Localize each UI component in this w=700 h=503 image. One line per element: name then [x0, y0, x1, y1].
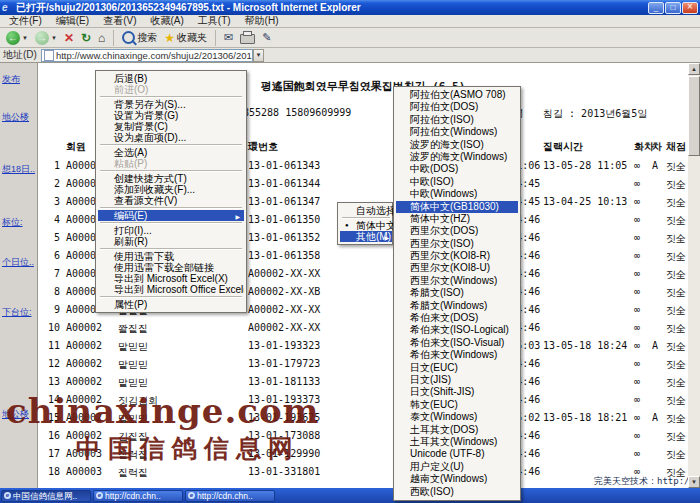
encoding-option[interactable]: 泰文(Windows) — [396, 411, 518, 423]
encoding-option[interactable]: 阿拉伯文(Windows) — [396, 126, 518, 138]
encoding-option[interactable]: Unicode (UTF-8) — [396, 448, 518, 460]
context-menu-item[interactable]: 打印(I)... — [98, 225, 244, 236]
left-panel-link[interactable]: 个日位.. — [2, 256, 36, 269]
context-menu-item[interactable]: 编码(E) — [98, 210, 244, 221]
edit-button[interactable]: ✎ — [260, 29, 273, 47]
vertical-scrollbar[interactable]: ▲ ▼ — [688, 63, 700, 488]
context-menu-item[interactable]: 使用迅雷下载全部链接 — [98, 262, 244, 273]
encoding-option[interactable]: 韩文(EUC) — [396, 399, 518, 411]
address-input[interactable]: http://www.chinaxinge.com/shuju2/201306/… — [41, 49, 253, 62]
context-menu-item[interactable]: 查看源文件(V) — [98, 195, 244, 206]
menu-bar-item[interactable]: 工具(T) — [191, 15, 238, 28]
encoding-option[interactable]: 土耳其文(Windows) — [396, 436, 518, 448]
search-button[interactable]: 搜索 — [120, 29, 159, 47]
taskbar-button[interactable]: e http://cdn.chn.. — [185, 490, 275, 502]
taskbar-button[interactable]: e http://cdn.chn.. — [93, 490, 183, 502]
context-menu-item[interactable]: 导出到 Microsoft Office Excel(X) — [98, 284, 244, 295]
context-menu-item[interactable] — [100, 144, 242, 146]
refresh-button[interactable]: ↻ — [79, 29, 93, 47]
left-panel-link[interactable]: 发布 — [2, 73, 36, 86]
menu-bar-item[interactable]: 查看(V) — [96, 15, 143, 28]
encoding-option[interactable]: 阿拉伯文(ASMO 708) — [396, 89, 518, 101]
encoding-option[interactable]: 阿拉伯文(ISO) — [396, 114, 518, 126]
encoding-option[interactable]: 西里尔文(ISO) — [396, 238, 518, 250]
close-button[interactable] — [682, 2, 698, 14]
encoding-option[interactable]: 越南文(Windows) — [396, 473, 518, 485]
forward-dropdown-icon[interactable]: ▼ — [51, 35, 57, 41]
encoding-option[interactable]: 阿拉伯文(DOS) — [396, 101, 518, 113]
context-menu-item[interactable]: 属性(P) — [98, 299, 244, 310]
context-menu-item[interactable]: 设置为背景(G) — [98, 110, 244, 121]
menu-bar-item[interactable]: 文件(F) — [2, 15, 49, 28]
context-menu-item[interactable]: 背景另存为(S)... — [98, 99, 244, 110]
encoding-option[interactable]: 简体中文(GB18030) — [396, 201, 518, 213]
context-menu-item[interactable]: 刷新(R) — [98, 236, 244, 247]
encoding-menu-item[interactable]: 自动选择 — [340, 205, 392, 216]
menu-bar-item[interactable]: 帮助(H) — [238, 15, 286, 28]
left-panel-link[interactable]: 想18日.. — [2, 163, 36, 176]
context-menu-item[interactable]: 复制背景(C) — [98, 121, 244, 132]
address-dropdown-icon[interactable]: ▼ — [253, 49, 264, 62]
encoding-option[interactable]: 日文(Shift-JIS) — [396, 386, 518, 398]
left-panel-link[interactable]: 标位: — [2, 216, 36, 229]
encoding-option[interactable]: 希腊文(Windows) — [396, 300, 518, 312]
context-menu-item[interactable]: 全选(A) — [98, 147, 244, 158]
context-menu-item[interactable]: 前进(O) — [98, 84, 244, 95]
context-menu-item[interactable] — [100, 207, 242, 209]
taskbar-button[interactable]: e 中国信鸽信息网.. — [1, 490, 91, 502]
favorites-button[interactable]: ★ 收藏夹 — [162, 29, 209, 47]
context-menu-item[interactable]: 导出到 Microsoft Excel(X) — [98, 273, 244, 284]
stop-button[interactable]: ✕ — [62, 29, 76, 47]
encoding-menu-item[interactable]: 其他(M) — [340, 231, 392, 242]
encoding-option[interactable]: 西里尔文(Windows) — [396, 275, 518, 287]
context-menu-item[interactable]: 使用迅雷下载 — [98, 251, 244, 262]
context-menu-item[interactable] — [100, 96, 242, 98]
encoding-option[interactable]: 中欧(ISO) — [396, 176, 518, 188]
scroll-up-icon[interactable]: ▲ — [688, 63, 700, 75]
left-panel-link[interactable]: 下台位: — [2, 306, 36, 319]
encoding-option[interactable]: 中欧(Windows) — [396, 188, 518, 200]
menu-bar-item[interactable]: 收藏(A) — [143, 15, 190, 28]
scrollbar-thumb[interactable] — [688, 76, 700, 156]
print-button[interactable] — [238, 29, 257, 47]
encoding-option[interactable]: 波罗的海文(ISO) — [396, 139, 518, 151]
encoding-menu-item[interactable] — [342, 217, 390, 219]
home-button[interactable]: ⌂ — [96, 29, 107, 47]
encoding-option[interactable]: 西里尔文(KOI8-R) — [396, 250, 518, 262]
context-menu-item[interactable] — [100, 296, 242, 298]
encoding-option[interactable]: 用户定义(U) — [396, 461, 518, 473]
context-menu-item[interactable] — [100, 170, 242, 172]
encoding-option[interactable]: 希伯来文(ISO-Logical) — [396, 324, 518, 336]
encoding-option[interactable]: 西里尔文(DOS) — [396, 225, 518, 237]
menu-bar-item[interactable]: 编辑(E) — [49, 15, 96, 28]
encoding-option[interactable]: 日文(EUC) — [396, 362, 518, 374]
encoding-option[interactable]: 波罗的海文(Windows) — [396, 151, 518, 163]
context-menu-item[interactable]: 创建快捷方式(T) — [98, 173, 244, 184]
encoding-option[interactable]: 希伯来文(ISO-Visual) — [396, 337, 518, 349]
context-menu-item[interactable] — [100, 248, 242, 250]
context-menu-item[interactable]: 设为桌面项(D)... — [98, 132, 244, 143]
left-panel-link[interactable]: 地公楼 — [2, 111, 36, 124]
encoding-option[interactable]: 希伯来文(DOS) — [396, 312, 518, 324]
back-dropdown-icon[interactable]: ▼ — [22, 35, 28, 41]
encoding-option[interactable]: 日文(JIS) — [396, 374, 518, 386]
encoding-option[interactable]: 希腊文(ISO) — [396, 287, 518, 299]
scroll-down-icon[interactable]: ▼ — [688, 476, 700, 488]
encoding-option[interactable]: 简体中文(HZ) — [396, 213, 518, 225]
encoding-option[interactable]: 希伯来文(Windows) — [396, 349, 518, 361]
encoding-option[interactable]: 西欧(ISO) — [396, 486, 518, 498]
encoding-option[interactable]: 土耳其文(DOS) — [396, 424, 518, 436]
maximize-button[interactable] — [665, 2, 681, 14]
context-menu-item[interactable]: 后退(B) — [98, 73, 244, 84]
mail-button[interactable]: ✉ — [222, 29, 235, 47]
left-panel-link[interactable]: 地公楼 — [2, 408, 36, 421]
context-menu-item[interactable]: 粘贴(P) — [98, 158, 244, 169]
back-button[interactable]: ← ▼ — [4, 29, 30, 47]
encoding-menu-item[interactable]: 简体中文(GB2312) — [340, 220, 392, 231]
context-menu-item[interactable] — [100, 222, 242, 224]
context-menu-item[interactable]: 添加到收藏夹(F)... — [98, 184, 244, 195]
encoding-option[interactable]: 中欧(DOS) — [396, 163, 518, 175]
encoding-option[interactable]: 西里尔文(KOI8-U) — [396, 262, 518, 274]
forward-button[interactable]: → ▼ — [33, 29, 59, 47]
minimize-button[interactable] — [648, 2, 664, 14]
